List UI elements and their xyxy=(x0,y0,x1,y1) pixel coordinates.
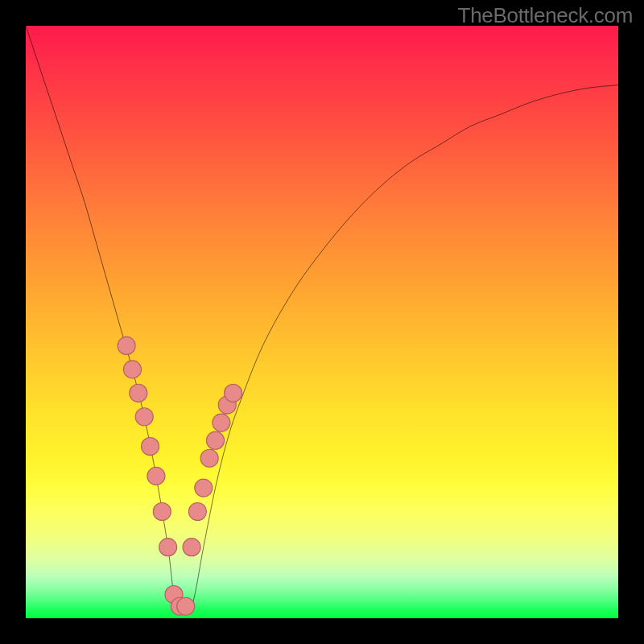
marker-group xyxy=(118,336,242,615)
sample-point-marker xyxy=(206,431,224,449)
sample-point-marker xyxy=(153,502,171,520)
sample-point-marker xyxy=(200,449,218,467)
sample-point-marker xyxy=(123,361,141,378)
watermark-label: TheBottleneck.com xyxy=(458,3,633,28)
sample-point-marker xyxy=(183,539,200,556)
plot-area xyxy=(26,26,618,618)
sample-point-marker xyxy=(177,597,195,615)
sample-point-marker xyxy=(118,336,135,354)
bottleneck-curve-svg xyxy=(26,26,618,618)
sample-point-marker xyxy=(135,408,153,426)
sample-point-marker xyxy=(142,438,159,456)
bottleneck-curve-path xyxy=(26,26,618,611)
curve-path-group xyxy=(26,26,618,611)
sample-point-marker xyxy=(130,384,147,402)
sample-point-marker xyxy=(213,414,230,431)
sample-point-marker xyxy=(188,502,206,520)
sample-point-marker xyxy=(159,539,177,556)
sample-point-marker xyxy=(225,384,242,402)
sample-point-marker xyxy=(195,479,213,497)
sample-point-marker xyxy=(147,467,165,485)
